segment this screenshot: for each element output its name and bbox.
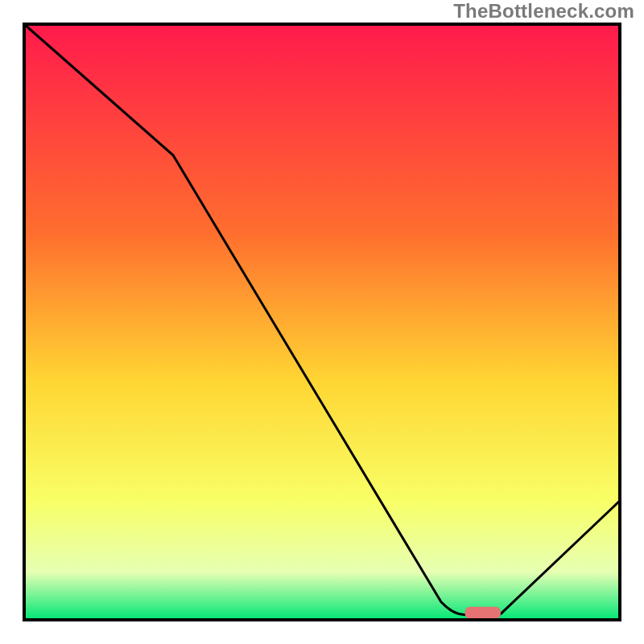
watermark-text: TheBottleneck.com [453, 0, 634, 23]
optimum-marker [465, 607, 501, 619]
bottleneck-chart [0, 0, 644, 644]
chart-container: TheBottleneck.com [0, 0, 644, 644]
plot-background [24, 24, 620, 620]
